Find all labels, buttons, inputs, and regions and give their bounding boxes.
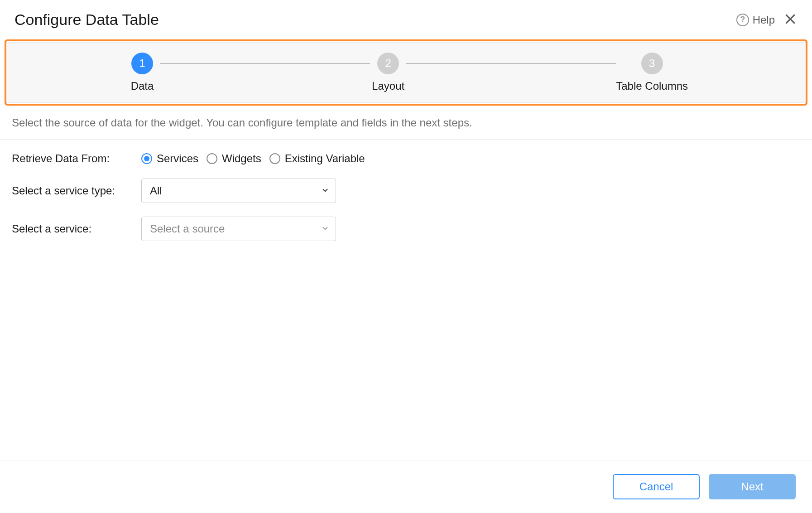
- radio-label: Existing Variable: [285, 152, 365, 165]
- row-retrieve-data-from: Retrieve Data From: Services Widgets Exi…: [12, 152, 800, 165]
- help-label: Help: [753, 14, 775, 26]
- radio-icon: [207, 153, 217, 164]
- close-button[interactable]: [783, 13, 798, 27]
- cancel-button[interactable]: Cancel: [613, 474, 700, 499]
- select-placeholder: Select a source: [150, 223, 225, 235]
- configure-data-table-dialog: Configure Data Table ? Help 1 Data: [0, 0, 812, 513]
- service-type-label: Select a service type:: [12, 184, 125, 197]
- service-type-select[interactable]: All: [141, 179, 336, 203]
- step-data[interactable]: 1 Data: [124, 53, 160, 92]
- select-service-label: Select a service:: [12, 223, 125, 235]
- radio-icon: [141, 153, 152, 164]
- radio-icon: [269, 153, 280, 164]
- step-description: Select the source of data for the widget…: [0, 106, 812, 140]
- header-actions: ? Help: [736, 13, 798, 27]
- radio-existing-variable[interactable]: Existing Variable: [269, 152, 365, 165]
- select-value: All: [150, 184, 162, 197]
- service-select[interactable]: Select a source: [141, 217, 336, 241]
- next-button[interactable]: Next: [709, 474, 796, 499]
- button-label: Cancel: [639, 480, 673, 493]
- retrieve-data-label: Retrieve Data From:: [12, 152, 125, 165]
- step-layout[interactable]: 2 Layout: [370, 53, 406, 92]
- chevron-down-icon: [321, 184, 329, 197]
- radio-label: Widgets: [222, 152, 261, 165]
- dialog-header: Configure Data Table ? Help: [0, 0, 812, 39]
- retrieve-data-radio-group: Services Widgets Existing Variable: [141, 152, 365, 165]
- dialog-footer: Cancel Next: [0, 460, 812, 513]
- form-body: Retrieve Data From: Services Widgets Exi…: [0, 140, 812, 460]
- close-icon: [784, 13, 796, 27]
- dialog-title: Configure Data Table: [14, 11, 159, 29]
- step-number: 3: [641, 53, 663, 74]
- help-button[interactable]: ? Help: [736, 14, 775, 26]
- step-number: 1: [131, 53, 153, 74]
- step-table-columns[interactable]: 3 Table Columns: [616, 53, 688, 92]
- row-service-type: Select a service type: All: [12, 179, 800, 203]
- chevron-down-icon: [321, 223, 329, 235]
- stepper-highlight: 1 Data 2 Layout 3 Table Columns: [5, 39, 807, 106]
- radio-widgets[interactable]: Widgets: [207, 152, 261, 165]
- step-label: Table Columns: [616, 80, 688, 92]
- button-label: Next: [741, 480, 763, 493]
- step-label: Data: [131, 80, 154, 92]
- radio-label: Services: [157, 152, 198, 165]
- row-select-service: Select a service: Select a source: [12, 217, 800, 241]
- radio-services[interactable]: Services: [141, 152, 198, 165]
- step-label: Layout: [372, 80, 404, 92]
- wizard-stepper: 1 Data 2 Layout 3 Table Columns: [6, 42, 806, 103]
- help-icon: ?: [736, 14, 749, 26]
- step-number: 2: [377, 53, 399, 74]
